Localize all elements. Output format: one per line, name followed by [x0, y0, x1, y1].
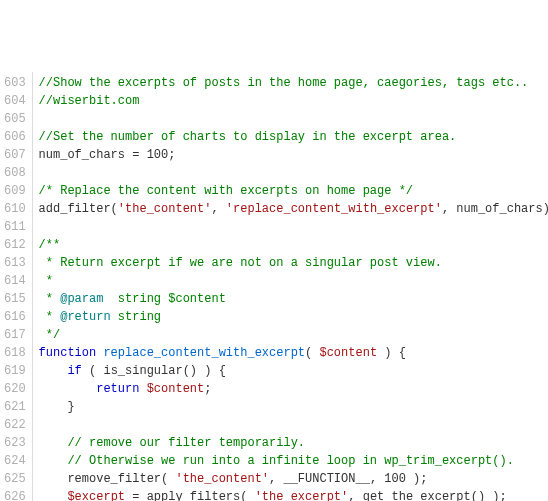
code-token: //wiserbit.com [39, 94, 140, 108]
code-line[interactable] [39, 164, 548, 182]
code-line[interactable]: * Return excerpt if we are not on a sing… [39, 254, 548, 272]
code-line[interactable]: /* Replace the content with excerpts on … [39, 182, 548, 200]
code-token: 100 [147, 148, 169, 162]
code-token [39, 490, 68, 501]
line-number-gutter: 6036046056066076086096106116126136146156… [0, 72, 33, 501]
code-token: /* Replace the content with excerpts on … [39, 184, 413, 198]
code-token [39, 382, 97, 396]
code-token: , get_the_excerpt() ); [348, 490, 506, 501]
line-number: 616 [4, 308, 26, 326]
code-line[interactable]: } [39, 398, 548, 416]
code-line[interactable]: remove_filter( 'the_content', __FUNCTION… [39, 470, 548, 488]
line-number: 619 [4, 362, 26, 380]
code-line[interactable] [39, 416, 548, 434]
code-token: , [211, 202, 225, 216]
code-token: 'the_content' [175, 472, 269, 486]
code-line[interactable]: add_filter('the_content', 'replace_conte… [39, 200, 548, 218]
code-token: if [67, 364, 81, 378]
code-token: ) { [377, 346, 406, 360]
code-line[interactable] [39, 218, 548, 236]
code-token: ); [406, 472, 428, 486]
code-area[interactable]: //Show the excerpts of posts in the home… [33, 72, 548, 501]
code-token: ; [204, 382, 211, 396]
line-number: 615 [4, 290, 26, 308]
line-number: 617 [4, 326, 26, 344]
line-number: 626 [4, 488, 26, 501]
code-token [39, 364, 68, 378]
code-token: , num_of_chars); [442, 202, 548, 216]
code-token: //Show the excerpts of posts in the home… [39, 76, 529, 90]
line-number: 608 [4, 164, 26, 182]
code-token: 'the_content' [118, 202, 212, 216]
code-token [139, 382, 146, 396]
code-token: add_filter( [39, 202, 118, 216]
line-number: 611 [4, 218, 26, 236]
code-line[interactable]: // Otherwise we run into a infinite loop… [39, 452, 548, 470]
line-number: 620 [4, 380, 26, 398]
code-line[interactable]: * [39, 272, 548, 290]
code-token: remove_filter( [39, 472, 176, 486]
code-line[interactable]: */ [39, 326, 548, 344]
code-token: ; [168, 148, 175, 162]
code-token: $excerpt [67, 490, 125, 501]
code-line[interactable]: //wiserbit.com [39, 92, 548, 110]
line-number: 607 [4, 146, 26, 164]
code-token: ( is_singular() ) { [82, 364, 226, 378]
code-token: string $content [103, 292, 225, 306]
line-number: 625 [4, 470, 26, 488]
code-token: * [39, 310, 61, 324]
line-number: 609 [4, 182, 26, 200]
code-token: @return [60, 310, 110, 324]
code-token: //Set the number of charts to display in… [39, 130, 457, 144]
line-number: 606 [4, 128, 26, 146]
line-number: 612 [4, 236, 26, 254]
code-line[interactable] [39, 110, 548, 128]
line-number: 603 [4, 74, 26, 92]
code-line[interactable]: * @param string $content [39, 290, 548, 308]
code-line[interactable]: num_of_chars = 100; [39, 146, 548, 164]
code-line[interactable]: * @return string [39, 308, 548, 326]
line-number: 618 [4, 344, 26, 362]
code-line[interactable]: //Set the number of charts to display in… [39, 128, 548, 146]
code-token: 'replace_content_with_excerpt' [226, 202, 442, 216]
code-token [39, 436, 68, 450]
line-number: 622 [4, 416, 26, 434]
code-line[interactable]: //Show the excerpts of posts in the home… [39, 74, 548, 92]
line-number: 610 [4, 200, 26, 218]
code-token [39, 454, 68, 468]
code-token: */ [39, 328, 61, 342]
code-token: $content [319, 346, 377, 360]
code-line[interactable]: return $content; [39, 380, 548, 398]
code-token: replace_content_with_excerpt [103, 346, 305, 360]
code-token: @param [60, 292, 103, 306]
line-number: 623 [4, 434, 26, 452]
code-line[interactable]: /** [39, 236, 548, 254]
code-line[interactable]: // remove our filter temporarily. [39, 434, 548, 452]
code-line[interactable]: if ( is_singular() ) { [39, 362, 548, 380]
code-line[interactable]: function replace_content_with_excerpt( $… [39, 344, 548, 362]
code-token: , __FUNCTION__, [269, 472, 384, 486]
code-token: ( [305, 346, 319, 360]
code-token: function [39, 346, 97, 360]
code-token: 100 [384, 472, 406, 486]
code-token: string [111, 310, 161, 324]
code-token: 'the_excerpt' [255, 490, 349, 501]
code-token: * [39, 274, 53, 288]
code-token: // remove our filter temporarily. [67, 436, 305, 450]
code-token: num_of_chars = [39, 148, 147, 162]
code-token: = apply_filters( [125, 490, 255, 501]
code-token: /** [39, 238, 61, 252]
line-number: 614 [4, 272, 26, 290]
line-number: 605 [4, 110, 26, 128]
code-token: // Otherwise we run into a infinite loop… [67, 454, 513, 468]
code-line[interactable]: $excerpt = apply_filters( 'the_excerpt',… [39, 488, 548, 501]
code-token: * Return excerpt if we are not on a sing… [39, 256, 442, 270]
code-editor: 6036046056066076086096106116126136146156… [0, 72, 548, 501]
line-number: 621 [4, 398, 26, 416]
code-token: return [96, 382, 139, 396]
code-token: * [39, 292, 61, 306]
line-number: 604 [4, 92, 26, 110]
line-number: 613 [4, 254, 26, 272]
line-number: 624 [4, 452, 26, 470]
code-token: } [39, 400, 75, 414]
